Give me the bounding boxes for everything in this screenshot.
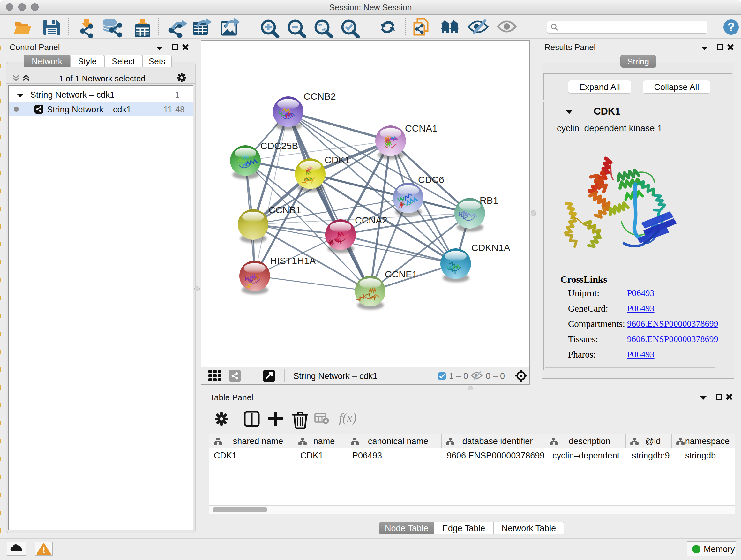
svg-text:CCNA1: CCNA1 (405, 123, 437, 133)
svg-text:CCNA2: CCNA2 (355, 215, 387, 226)
svg-text:?: ? (727, 20, 735, 34)
svg-text:CCNB1: CCNB1 (269, 205, 301, 215)
svg-text:0 – 0: 0 – 0 (486, 371, 505, 381)
svg-text:HIST1H1A: HIST1H1A (270, 255, 316, 266)
svg-text:CDC25B: CDC25B (260, 140, 298, 151)
svg-text:CCNB2: CCNB2 (304, 91, 336, 102)
svg-text:CDK1: CDK1 (325, 154, 350, 165)
svg-text:CDKN1A: CDKN1A (471, 242, 510, 253)
svg-text:f(x): f(x) (339, 411, 357, 425)
svg-text:CDC6: CDC6 (418, 174, 444, 185)
svg-text:RB1: RB1 (480, 195, 498, 206)
svg-text:1 – 0: 1 – 0 (449, 371, 468, 381)
svg-text:CCNE1: CCNE1 (385, 269, 417, 279)
svg-text:String Network – cdk1: String Network – cdk1 (293, 371, 378, 381)
